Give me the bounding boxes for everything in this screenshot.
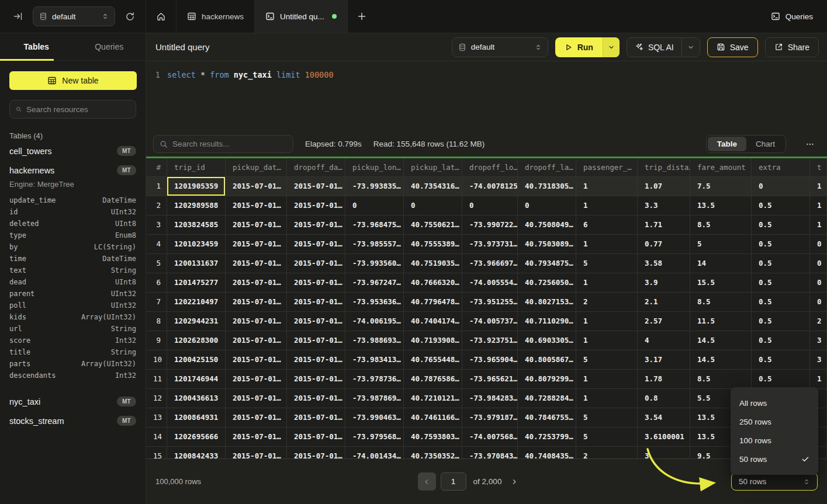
table-cell[interactable]: 3.58	[638, 254, 690, 273]
table-cell[interactable]: 0	[810, 293, 827, 312]
table-cell[interactable]: -73.990463…	[345, 408, 404, 427]
table-row[interactable]: 812029442312015-07-01…2015-07-01…-74.006…	[146, 312, 827, 331]
table-cell[interactable]: -73.973731…	[462, 235, 518, 254]
table-cell[interactable]: 2015-07-01…	[287, 273, 345, 293]
sidebar-item-stocks_stream[interactable]: stocks_stream MT	[0, 411, 146, 430]
table-cell[interactable]: -74.006195…	[345, 312, 404, 331]
table-row[interactable]: 912026283002015-07-01…2015-07-01…-73.988…	[146, 331, 827, 350]
table-cell[interactable]: 1200131637	[167, 254, 226, 273]
table-cell[interactable]: -74.005737…	[462, 312, 518, 331]
table-cell[interactable]: -73.990722…	[462, 215, 518, 235]
table-cell[interactable]: 40.7655448…	[404, 350, 462, 370]
table-cell[interactable]: -73.993560…	[345, 254, 404, 273]
table-cell[interactable]: 5	[576, 427, 638, 447]
table-cell[interactable]: 1	[576, 370, 638, 389]
table-row[interactable]: 1312008649312015-07-01…2015-07-01…-73.99…	[146, 408, 827, 427]
table-cell[interactable]: 1	[576, 312, 638, 331]
table-cell[interactable]: 0	[810, 235, 827, 254]
view-tab-chart[interactable]: Chart	[746, 137, 784, 151]
table-cell[interactable]: 1	[576, 235, 638, 254]
table-cell[interactable]: 2015-07-01…	[226, 408, 287, 427]
table-row[interactable]: 112019053592015-07-01…2015-07-01…-73.993…	[146, 177, 827, 196]
table-cell[interactable]: 1.78	[638, 370, 690, 389]
sidebar-item-cell_towers[interactable]: cell_towers MT	[0, 141, 146, 161]
column-header-fare_amount[interactable]: fare_amount	[690, 158, 752, 177]
table-cell[interactable]: 2015-07-01…	[226, 331, 287, 350]
table-cell[interactable]: 40.8079299…	[518, 370, 576, 389]
table-cell[interactable]: -73.967247…	[345, 273, 404, 293]
table-cell[interactable]: 1203824585	[167, 215, 226, 235]
table-cell[interactable]: 2015-07-01…	[287, 254, 345, 273]
table-cell[interactable]: -73.966697…	[462, 254, 518, 273]
table-cell[interactable]: 1	[810, 370, 827, 389]
table-row[interactable]: 1112017469442015-07-01…2015-07-01…-73.97…	[146, 370, 827, 389]
table-cell[interactable]: -73.983413…	[345, 350, 404, 370]
table-cell[interactable]: 1202628300	[167, 331, 226, 350]
table-cell[interactable]: 40.7508049…	[518, 215, 576, 235]
table-cell[interactable]: 0.5	[752, 215, 810, 235]
run-button[interactable]: Run	[555, 37, 603, 57]
table-cell[interactable]: 40.6903305…	[518, 331, 576, 350]
table-cell[interactable]: -73.965621…	[462, 370, 518, 389]
column-header-trip_dista[interactable]: trip_dista…	[638, 158, 690, 177]
table-cell[interactable]: 40.7256050…	[518, 273, 576, 293]
table-cell[interactable]: 4	[638, 331, 690, 350]
table-cell[interactable]: 6	[576, 215, 638, 235]
table-cell[interactable]: 1	[576, 389, 638, 408]
table-cell[interactable]: 15.5	[690, 273, 752, 293]
table-cell[interactable]: -74.005554…	[462, 273, 518, 293]
table-cell[interactable]: 5	[576, 350, 638, 370]
table-row[interactable]: 1012004251502015-07-01…2015-07-01…-73.98…	[146, 350, 827, 370]
sidebar-item-hackernews[interactable]: hackernews MT	[0, 161, 146, 180]
table-cell[interactable]: 3.54	[638, 408, 690, 427]
database-selector[interactable]: default	[33, 6, 115, 26]
table-cell[interactable]: 2015-07-01…	[226, 389, 287, 408]
table-cell[interactable]: 0	[752, 177, 810, 196]
table-cell[interactable]: 5	[690, 235, 752, 254]
table-cell[interactable]: 0.5	[752, 331, 810, 350]
table-cell[interactable]: 2015-07-01…	[287, 331, 345, 350]
table-cell[interactable]: 2015-07-01…	[226, 350, 287, 370]
table-cell[interactable]: 0.8	[638, 389, 690, 408]
table-row[interactable]: 1412026956662015-07-01…2015-07-01…-73.97…	[146, 427, 827, 447]
table-cell[interactable]: -73.978736…	[345, 370, 404, 389]
table-cell[interactable]: 40.7210121…	[404, 389, 462, 408]
table-cell[interactable]: -73.984283…	[462, 389, 518, 408]
table-cell[interactable]: 2015-07-01…	[287, 370, 345, 389]
table-cell[interactable]: 0	[810, 254, 827, 273]
table-cell[interactable]: 40.8027153…	[518, 293, 576, 312]
column-header-pickup_lat[interactable]: pickup_lat…	[404, 158, 462, 177]
table-cell[interactable]: 40.7555389…	[404, 235, 462, 254]
table-cell[interactable]: 40.8005867…	[518, 350, 576, 370]
table-cell[interactable]: 0.5	[752, 293, 810, 312]
table-cell[interactable]: -73.953636…	[345, 293, 404, 312]
column-header-dropoff_da[interactable]: dropoff_da…	[287, 158, 345, 177]
new-tab-button[interactable]	[348, 0, 376, 33]
table-cell[interactable]: 40.7796478…	[404, 293, 462, 312]
table-row[interactable]: 512001316372015-07-01…2015-07-01…-73.993…	[146, 254, 827, 273]
column-header-pickup_lon[interactable]: pickup_lon…	[345, 158, 404, 177]
menu-item-50-rows[interactable]: 50 rows	[731, 450, 818, 468]
table-cell[interactable]: 2015-07-01…	[287, 389, 345, 408]
table-cell[interactable]: 1201023459	[167, 235, 226, 254]
table-cell[interactable]: 1200842433	[167, 447, 226, 458]
table-cell[interactable]: 1	[576, 177, 638, 196]
table-cell[interactable]: 0.5	[752, 196, 810, 215]
table-cell[interactable]: 3.17	[638, 350, 690, 370]
table-cell[interactable]: 0	[810, 273, 827, 293]
table-cell[interactable]: 8.5	[690, 293, 752, 312]
table-cell[interactable]: 2015-07-01…	[287, 196, 345, 215]
table-cell[interactable]: -73.979568…	[345, 427, 404, 447]
results-search-input[interactable]	[172, 140, 287, 148]
table-cell[interactable]: 0	[345, 196, 404, 215]
table-cell[interactable]: 40.7846755…	[518, 408, 576, 427]
table-row[interactable]: 1212004366132015-07-01…2015-07-01…-73.98…	[146, 389, 827, 408]
table-cell[interactable]: 14.5	[690, 350, 752, 370]
table-cell[interactable]: 2015-07-01…	[287, 408, 345, 427]
column-header-t[interactable]: t	[810, 158, 827, 177]
sidebar-item-nyc_taxi[interactable]: nyc_taxi MT	[0, 392, 146, 411]
column-header-passenger_[interactable]: passenger_…	[576, 158, 638, 177]
table-cell[interactable]: 0	[404, 196, 462, 215]
table-cell[interactable]: 1	[810, 177, 827, 196]
table-cell[interactable]: 5	[576, 408, 638, 427]
